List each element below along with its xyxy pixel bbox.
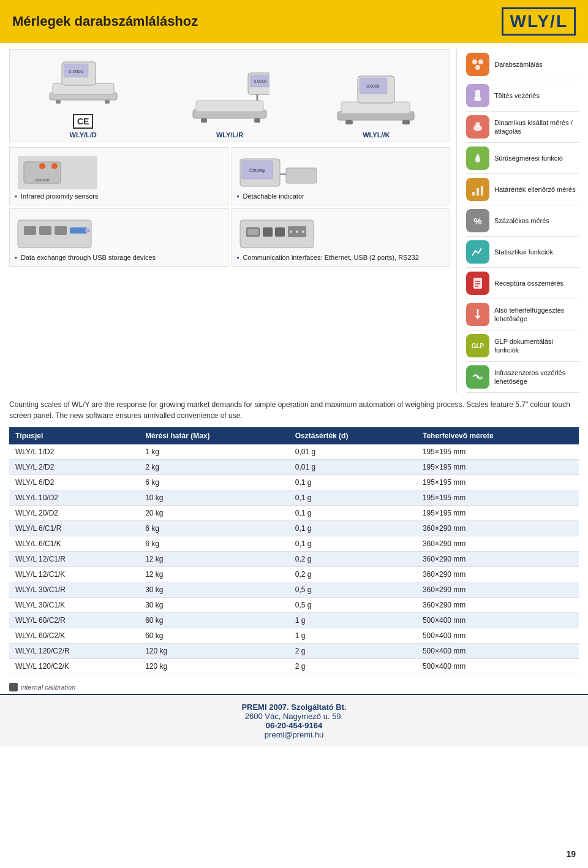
svg-point-45 xyxy=(296,230,298,233)
table-cell: 30 kg xyxy=(139,582,289,598)
table-cell: 360×290 mm xyxy=(417,536,579,552)
col-meresi: Mérési határ (Max) xyxy=(139,427,289,444)
sidebar-label-receptura: Receptúra összemérés xyxy=(494,279,564,287)
suruseg-icon xyxy=(466,147,489,170)
feature-usb: • Data exchange through USB storage devi… xyxy=(9,208,228,267)
table-cell: 0,2 g xyxy=(289,552,417,567)
table-row: WLY/L 6/C1/R6 kg0,1 g360×290 mm xyxy=(9,521,579,536)
product-image-wlylr: 0.0000 xyxy=(190,70,270,131)
table-cell: 2 g xyxy=(289,659,417,674)
left-center-section: 0.0000 CE WLY/L/D 0.0000 xyxy=(9,49,450,393)
table-cell: 0,1 g xyxy=(289,521,417,536)
table-row: WLY/L 12/C1/R12 kg0,2 g360×290 mm xyxy=(9,552,579,567)
sidebar-feature-statisztikai: Statisztikai funkciók xyxy=(466,237,579,268)
table-row: WLY/L 12/C1/K12 kg0,2 g360×290 mm xyxy=(9,567,579,582)
svg-rect-30 xyxy=(286,168,317,183)
table-cell: 500×400 mm xyxy=(417,644,579,659)
table-row: WLY/L 30/C1/R30 kg0,5 g360×290 mm xyxy=(9,582,579,598)
table-cell: WLY/L 20/D2 xyxy=(9,506,139,521)
feature-communication-text: • Communication interfaces: Ethernet, US… xyxy=(237,254,445,261)
table-cell: 12 kg xyxy=(139,552,289,567)
table-section: Típusjel Mérési határ (Max) Osztásérték … xyxy=(0,424,588,680)
footer-address: 2600 Vác, Nagymező u. 59. xyxy=(7,712,581,721)
sidebar-feature-infraszenzoros: Infraszenzoros vezérlés lehetősége xyxy=(466,362,579,393)
product-wlylk-section: 0.0000 WLYL//K xyxy=(330,70,422,139)
svg-rect-37 xyxy=(85,229,90,232)
table-row: WLY/L 1/D21 kg0,01 g195×195 mm xyxy=(9,444,579,460)
table-cell: 2 kg xyxy=(139,460,289,475)
product-label-wlyld: WLY/L/D xyxy=(70,131,97,139)
table-cell: 2 g xyxy=(289,644,417,659)
statisztikai-icon xyxy=(466,240,489,264)
table-cell: 360×290 mm xyxy=(417,598,579,613)
svg-point-63 xyxy=(477,376,479,378)
table-cell: WLY/L 12/C1/R xyxy=(9,552,139,567)
svg-rect-40 xyxy=(247,229,258,235)
svg-point-47 xyxy=(472,59,477,64)
table-cell: WLY/L 6/C1/R xyxy=(9,521,139,536)
page-header: Mérlegek darabszámláláshoz WLY/L xyxy=(0,0,588,43)
table-body: WLY/L 1/D21 kg0,01 g195×195 mmWLY/L 2/D2… xyxy=(9,444,579,674)
sidebar-feature-darabszamlalas: Darabszámlálás xyxy=(466,49,579,80)
feature-communication: • Communication interfaces: Ethernet, US… xyxy=(232,208,451,267)
svg-text:0.0000: 0.0000 xyxy=(68,69,83,74)
table-cell: 0,01 g xyxy=(289,444,417,460)
svg-point-44 xyxy=(290,230,292,233)
table-cell: 10 kg xyxy=(139,490,289,506)
sidebar-label-szazalekos: Százalékos mérés xyxy=(494,216,549,225)
svg-rect-51 xyxy=(474,97,481,101)
table-cell: 500×400 mm xyxy=(417,659,579,674)
table-cell: 195×195 mm xyxy=(417,506,579,521)
table-cell: 360×290 mm xyxy=(417,567,579,582)
product-wlylr-section: 0.0000 WLY/L/R xyxy=(184,70,276,139)
svg-rect-20 xyxy=(345,120,353,124)
sidebar-feature-suruseg: Sűrűségmérési funkció xyxy=(466,143,579,174)
feature-detachable-text: • Detachable indicator xyxy=(237,192,445,200)
table-cell: 6 kg xyxy=(139,521,289,536)
feature-usb-text: • Data exchange through USB storage devi… xyxy=(15,254,223,261)
svg-rect-16 xyxy=(341,102,410,113)
sidebar-feature-also: Alsó teherfelfüggesztés lehetősége xyxy=(466,299,579,330)
table-row: WLY/L 10/D210 kg0,1 g195×195 mm xyxy=(9,490,579,506)
table-cell: 0,2 g xyxy=(289,567,417,582)
table-cell: WLY/L 60/C2/K xyxy=(9,628,139,644)
table-cell: 60 kg xyxy=(139,628,289,644)
glp-icon: GLP xyxy=(466,334,489,357)
specs-table: Típusjel Mérési határ (Max) Osztásérték … xyxy=(9,427,579,674)
svg-rect-42 xyxy=(275,227,285,237)
main-layout: 0.0000 CE WLY/L/D 0.0000 xyxy=(0,43,588,393)
svg-rect-35 xyxy=(55,226,67,235)
table-cell: 60 kg xyxy=(139,613,289,628)
sidebar-feature-hatarertek: Határérték ellenőrző mérés xyxy=(466,174,579,205)
footer-company: PREMI 2007. Szolgáltató Bt. xyxy=(7,702,581,712)
table-row: WLY/L 2/D22 kg0,01 g195×195 mm xyxy=(9,460,579,475)
table-cell: 0,5 g xyxy=(289,582,417,598)
table-cell: 1 g xyxy=(289,628,417,644)
svg-text:0.0000: 0.0000 xyxy=(367,84,380,88)
table-cell: 195×195 mm xyxy=(417,460,579,475)
table-cell: 20 kg xyxy=(139,506,289,521)
svg-rect-36 xyxy=(70,227,87,234)
table-row: WLY/L 20/D220 kg0,1 g195×195 mm xyxy=(9,506,579,521)
feature-infrared-text: • Infrared proximity sensors xyxy=(15,192,223,200)
table-cell: 1 g xyxy=(289,613,417,628)
svg-point-46 xyxy=(302,230,304,233)
table-cell: WLY/L 120/C2/K xyxy=(9,659,139,674)
table-cell: 0,1 g xyxy=(289,490,417,506)
product-images-row: 0.0000 CE WLY/L/D 0.0000 xyxy=(9,49,450,142)
sidebar-label-glp: GLP dokumentálási funkciók xyxy=(494,337,579,355)
product-label-wlylk: WLYL//K xyxy=(363,131,390,139)
col-teherfelvevu: Teherfelvevő mérete xyxy=(417,427,579,444)
svg-text:sensor: sensor xyxy=(35,177,50,183)
svg-point-24 xyxy=(39,163,45,169)
table-cell: 6 kg xyxy=(139,475,289,490)
also-icon xyxy=(466,303,489,326)
table-cell: 500×400 mm xyxy=(417,628,579,644)
table-row: WLY/L 6/D26 kg0,1 g195×195 mm xyxy=(9,475,579,490)
sidebar-feature-receptura: Receptúra összemérés xyxy=(466,268,579,299)
svg-rect-55 xyxy=(477,188,479,196)
table-row: WLY/L 6/C1/K6 kg0,1 g360×290 mm xyxy=(9,536,579,552)
table-cell: 30 kg xyxy=(139,598,289,613)
sidebar-label-toltes: Töltés vezérlés xyxy=(494,91,540,100)
table-cell: 6 kg xyxy=(139,536,289,552)
